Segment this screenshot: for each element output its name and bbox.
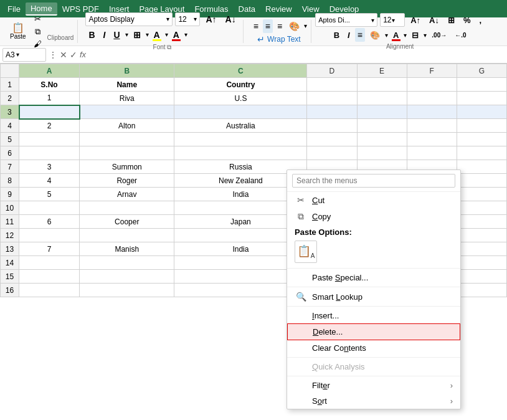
increase-font-button[interactable]: A↑ <box>202 12 219 26</box>
paste-option-button[interactable]: 📋A <box>295 241 317 263</box>
underline-button[interactable]: U <box>110 28 123 42</box>
percent-button[interactable]: % <box>460 13 474 27</box>
merge-button[interactable]: ⊟ <box>409 28 422 42</box>
cell-g2[interactable] <box>457 92 506 105</box>
font-name2-selector[interactable]: Aptos Di... ▾ <box>315 13 377 27</box>
cell-b12[interactable] <box>80 229 174 242</box>
expand-icon[interactable]: ⋮ <box>49 50 57 60</box>
cell-e6[interactable] <box>357 146 407 160</box>
cell-b1[interactable]: Name <box>80 78 174 92</box>
border-button[interactable]: ⊞ <box>130 28 144 42</box>
cell-f5[interactable] <box>407 133 457 146</box>
cell-c5[interactable] <box>174 133 307 146</box>
italic-button[interactable]: I <box>100 28 109 42</box>
cell-g10[interactable] <box>457 201 506 215</box>
cell-e3[interactable] <box>357 105 407 119</box>
cell-a3[interactable] <box>19 105 80 119</box>
confirm-formula-icon[interactable]: ✓ <box>70 50 77 60</box>
cell-f6[interactable] <box>407 146 457 160</box>
align-center2-button[interactable]: ≡ <box>355 28 365 42</box>
cell-b14[interactable] <box>80 256 174 270</box>
cell-g13[interactable] <box>457 242 506 256</box>
cell-b3[interactable] <box>80 105 174 119</box>
cell-e1[interactable] <box>357 78 407 92</box>
cell-g5[interactable] <box>457 133 506 146</box>
decrease-font2-button[interactable]: A↓ <box>426 13 442 27</box>
cell-e2[interactable] <box>357 92 407 105</box>
cell-g6[interactable] <box>457 146 506 160</box>
font-color2-dropdown[interactable]: ▾ <box>404 32 407 39</box>
fill-color-button[interactable]: 🎨 <box>287 19 302 33</box>
menu-item-paste-special[interactable]: Paste Special... <box>287 270 460 285</box>
cell-b7[interactable]: Summon <box>80 160 174 174</box>
cell-d5[interactable] <box>307 133 357 146</box>
cell-b13[interactable]: Manish <box>80 242 174 256</box>
underline-dropdown-icon[interactable]: ▾ <box>125 31 128 38</box>
border2-button[interactable]: ⊞ <box>445 13 458 27</box>
align-center-button[interactable]: ≡ <box>263 19 273 33</box>
font-settings-icon[interactable]: ⧉ <box>167 44 171 50</box>
cell-b8[interactable]: Roger <box>80 174 174 188</box>
menu-item-cut[interactable]: ✂ Cut <box>287 192 460 208</box>
cell-a6[interactable] <box>19 146 80 160</box>
cell-a11[interactable]: 6 <box>19 215 80 229</box>
menu-review[interactable]: Review <box>260 3 297 15</box>
cell-b2[interactable]: Riva <box>80 92 174 105</box>
cell-f1[interactable] <box>407 78 457 92</box>
col-header-g[interactable]: G <box>457 64 506 78</box>
cell-e4[interactable] <box>357 119 407 133</box>
align-right-button[interactable]: ≡ <box>275 19 285 33</box>
cell-b15[interactable] <box>80 270 174 284</box>
menu-item-smart-lookup[interactable]: 🔍 Smart Lookup <box>287 289 460 305</box>
cell-d3[interactable] <box>307 105 357 119</box>
cell-a2[interactable]: 1 <box>19 92 80 105</box>
menu-item-insert[interactable]: Insert... <box>287 308 460 323</box>
cell-a9[interactable]: 5 <box>19 188 80 201</box>
menu-item-clear-contents[interactable]: Clear Contents <box>287 340 460 356</box>
copy-button[interactable]: ⧉ <box>31 26 45 37</box>
paste-button[interactable]: 📋 Paste <box>7 22 29 41</box>
cell-d1[interactable] <box>307 78 357 92</box>
cell-g15[interactable] <box>457 270 506 284</box>
cell-a16[interactable] <box>19 284 80 297</box>
cell-a14[interactable] <box>19 256 80 270</box>
cell-a13[interactable]: 7 <box>19 242 80 256</box>
italic2-button[interactable]: I <box>344 28 353 42</box>
menu-file[interactable]: File <box>2 3 26 15</box>
font-color2-button[interactable]: A <box>390 28 402 42</box>
bold-button[interactable]: B <box>85 28 98 42</box>
cell-c2[interactable]: U.S <box>174 92 307 105</box>
cell-a5[interactable] <box>19 133 80 146</box>
cell-f4[interactable] <box>407 119 457 133</box>
context-menu-search-input[interactable] <box>292 174 455 188</box>
cell-a10[interactable] <box>19 201 80 215</box>
cell-g7[interactable] <box>457 160 506 174</box>
highlight-dropdown-icon[interactable]: ▾ <box>165 31 168 38</box>
insert-function-icon[interactable]: fx <box>80 50 86 59</box>
font-size-selector[interactable]: 12 ▾ <box>175 12 200 26</box>
cell-g3[interactable] <box>457 105 506 119</box>
decrease-font-button[interactable]: A↓ <box>222 12 239 26</box>
font-name-selector[interactable]: Aptos Display ▾ <box>85 12 173 26</box>
align-left-button[interactable]: ≡ <box>251 19 261 33</box>
formula-input[interactable] <box>88 50 505 59</box>
cell-b9[interactable]: Arnav <box>80 188 174 201</box>
highlight-button[interactable]: A <box>151 28 163 42</box>
cell-g9[interactable] <box>457 188 506 201</box>
highlight2-dropdown[interactable]: ▾ <box>385 32 388 39</box>
cell-a1[interactable]: S.No <box>19 78 80 92</box>
cell-a12[interactable] <box>19 229 80 242</box>
menu-item-filter[interactable]: Filter › <box>287 378 460 393</box>
col-header-f[interactable]: F <box>407 64 457 78</box>
cell-ref-dropdown[interactable]: ▾ <box>16 51 19 58</box>
merge-dropdown[interactable]: ▾ <box>424 32 427 39</box>
cell-g11[interactable] <box>457 215 506 229</box>
border-dropdown-icon[interactable]: ▾ <box>146 31 149 38</box>
cell-g16[interactable] <box>457 284 506 297</box>
wrap-text-label[interactable]: Wrap Text <box>267 35 301 44</box>
menu-item-delete[interactable]: Delete... <box>287 323 460 340</box>
inc-decimal-button[interactable]: .00→ <box>429 28 450 42</box>
col-header-e[interactable]: E <box>357 64 407 78</box>
font-size2-selector[interactable]: 12 ▾ <box>380 13 405 27</box>
col-header-b[interactable]: B <box>80 64 174 78</box>
